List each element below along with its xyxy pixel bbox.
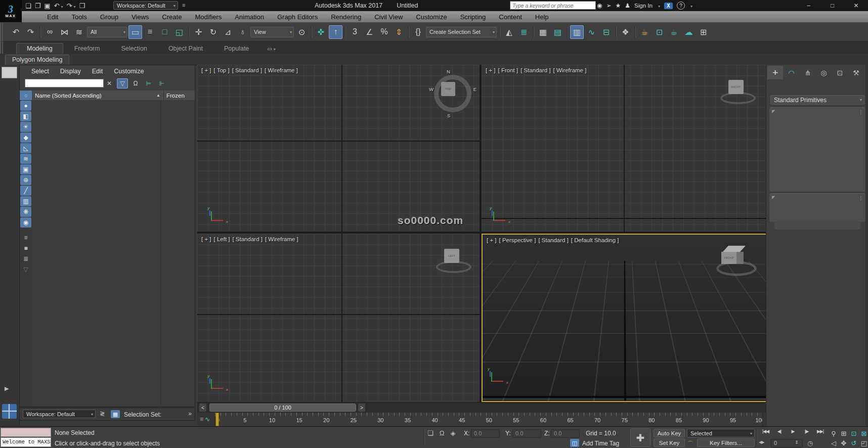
object-type-rollout[interactable]: ◤ ⋮ xyxy=(769,107,865,192)
zoom-icon[interactable]: ⚲ xyxy=(829,429,839,438)
redo-icon[interactable]: ↷ xyxy=(24,25,37,39)
scene-explorer-menu-item[interactable]: Display xyxy=(55,66,86,77)
render-production-icon[interactable]: ☕ xyxy=(667,25,681,39)
redo-icon[interactable]: ↷ xyxy=(67,2,76,10)
display-cameras-icon[interactable]: ◆ xyxy=(20,132,31,143)
edit-named-selection-sets-icon[interactable]: {} xyxy=(411,25,425,39)
spinner-snap-toggle-icon[interactable]: ⇕ xyxy=(392,25,406,39)
display-containers-icon[interactable]: ▥ xyxy=(20,196,31,206)
angle-snap-toggle-icon[interactable]: ∠ xyxy=(363,25,376,39)
display-helpers-icon[interactable]: ◺ xyxy=(20,143,31,153)
set-key-button[interactable]: Set Key xyxy=(654,438,685,447)
add-time-tag[interactable]: Add Time Tag xyxy=(582,440,619,447)
infocenter-search-input[interactable] xyxy=(510,1,596,10)
name-column-header[interactable]: Name (Sorted Ascending) ▲ xyxy=(32,91,164,100)
field-of-view-icon[interactable]: ◁ xyxy=(829,438,839,447)
toggle-scene-explorer-icon[interactable]: ▦ xyxy=(536,25,550,39)
toolbar-icon[interactable] xyxy=(532,25,535,39)
help-caret-icon[interactable] xyxy=(689,2,692,9)
overflow-chevron-icon[interactable]: » xyxy=(188,410,192,417)
panel-scrollbar[interactable] xyxy=(865,65,868,426)
display-bones-icon[interactable]: ╱ xyxy=(20,186,31,196)
rollout-menu-icon[interactable]: ⋮ xyxy=(858,195,863,201)
material-editor-icon[interactable]: ❖ xyxy=(619,25,632,39)
display-selection-icon[interactable]: ● xyxy=(20,101,31,111)
zoom-all-icon[interactable]: ⊞ xyxy=(839,429,849,438)
align-icon[interactable]: ≣ xyxy=(517,25,531,39)
viewcube[interactable]: FRONT xyxy=(716,246,756,277)
frozen-column-header[interactable]: Frozen xyxy=(164,91,195,100)
viewport-renderer-menu[interactable]: [ Standard ] xyxy=(538,237,568,243)
menu-item[interactable]: Views xyxy=(125,11,155,23)
viewport-perspective[interactable]: [ + ] [ Perspective ] [ Standard ] [ Def… xyxy=(482,234,767,402)
frame-spinner-icon[interactable]: ⇕ xyxy=(795,440,799,445)
communication-center-icon[interactable]: ➢ xyxy=(606,2,611,9)
menu-item[interactable]: Animation xyxy=(228,11,271,23)
maximize-button[interactable]: □ xyxy=(820,0,844,11)
viewport-pov-menu[interactable]: [ Perspective ] xyxy=(499,237,536,243)
undo-icon[interactable]: ↶ xyxy=(9,25,23,39)
display-filter-icon[interactable]: ▽ xyxy=(117,78,128,88)
hierarchy-tab[interactable]: ⋔ xyxy=(800,66,815,79)
viewport-layout-icon[interactable] xyxy=(2,404,17,419)
menu-item[interactable]: Modifiers xyxy=(188,11,228,23)
utilities-tab[interactable]: ⚒ xyxy=(848,66,864,79)
sign-in-button[interactable]: Sign In xyxy=(634,3,653,9)
expand-hierarchy-icon[interactable]: ⊩ xyxy=(156,78,167,88)
use-pivot-point-center-icon[interactable]: ⊙ xyxy=(295,25,309,39)
ribbon-tab-object-paint[interactable]: Object Paint xyxy=(158,43,213,54)
toolbar-icon[interactable] xyxy=(38,25,42,39)
maxscript-listener-output[interactable]: Welcome to MAXS xyxy=(1,437,51,447)
select-and-scale-icon[interactable]: ⊿ xyxy=(221,25,235,39)
reference-coordinate-system-dropdown[interactable]: View xyxy=(250,27,294,37)
z-coordinate-field[interactable]: 0.0 xyxy=(551,429,580,438)
zoom-extents-icon[interactable]: ⊡ xyxy=(849,429,859,438)
display-particles-icon[interactable]: ❋ xyxy=(20,207,31,217)
menu-item[interactable]: Rendering xyxy=(324,11,368,23)
workspace-dropdown[interactable]: Workspace: Default xyxy=(113,1,178,10)
modify-tab[interactable]: ◠ xyxy=(784,66,799,79)
toolbar-icon[interactable] xyxy=(407,25,410,39)
viewcube-face[interactable]: LEFT xyxy=(444,249,459,263)
time-tag-icon[interactable]: ◫ xyxy=(570,439,579,447)
scene-explorer-search-input[interactable] xyxy=(25,79,104,87)
window-crossing-icon[interactable]: ◱ xyxy=(172,25,186,39)
sync-selection-icon[interactable]: ⊨ xyxy=(143,78,154,88)
bind-to-space-warp-icon[interactable]: ≋ xyxy=(72,25,86,39)
exchange-apps-icon[interactable]: X xyxy=(664,3,673,9)
max-logo-button[interactable]: 3 MAX xyxy=(0,0,22,22)
viewcube-face[interactable]: FRONT xyxy=(728,80,744,94)
zoom-extents-all-icon[interactable]: ⊠ xyxy=(859,429,868,438)
menu-item[interactable]: Create xyxy=(155,11,188,23)
lock-explorer-icon[interactable]: Ω xyxy=(130,78,141,88)
ribbon-tab-freeform[interactable]: Freeform xyxy=(64,43,110,54)
toolbar-options-icon[interactable]: ≡ xyxy=(182,2,185,8)
toolbar-icon[interactable] xyxy=(566,25,569,39)
undo-icon[interactable]: ↶ xyxy=(54,2,63,10)
toolbar-icon[interactable] xyxy=(310,25,313,39)
advanced-filter-icon[interactable]: ▽ xyxy=(20,264,31,275)
orbit-icon[interactable]: ↺ xyxy=(849,438,859,447)
sort-toggle-icon[interactable]: ≷ xyxy=(100,410,105,417)
pan-icon[interactable]: ✥ xyxy=(839,438,849,447)
viewport-shading-menu[interactable]: [ Default Shading ] xyxy=(571,237,619,243)
key-filters-button[interactable]: Key Filters... xyxy=(697,438,755,447)
ribbon-tab-selection[interactable]: Selection xyxy=(111,43,157,54)
display-lights-icon[interactable]: ☀ xyxy=(20,122,31,132)
keyboard-shortcut-override-icon[interactable]: ↑ xyxy=(329,25,342,39)
object-category-dropdown[interactable]: Standard Primitives xyxy=(770,95,864,105)
track-bar-ruler[interactable]: 0510152025303540455055606570758085909510… xyxy=(214,413,763,426)
ribbon-collapse-icon[interactable]: ▭ xyxy=(267,46,275,52)
favorites-icon[interactable]: ★ xyxy=(616,2,621,9)
unlink-selection-icon[interactable]: ⋈ xyxy=(58,25,71,39)
go-to-end-icon[interactable]: ▶▶| xyxy=(813,427,827,436)
display-tab[interactable]: ⊡ xyxy=(832,66,848,79)
time-slider-prev-button[interactable]: < xyxy=(199,404,206,412)
toolbar-icon[interactable] xyxy=(187,25,191,39)
menu-item[interactable]: Customize xyxy=(409,11,453,23)
menu-item[interactable]: Group xyxy=(94,11,125,23)
viewport-renderer-menu[interactable]: [ Standard ] xyxy=(232,67,262,73)
clear-search-icon[interactable]: ✕ xyxy=(104,78,115,88)
set-keys-button[interactable]: ✚ xyxy=(630,428,650,447)
save-file-icon[interactable]: ▣ xyxy=(44,2,50,10)
